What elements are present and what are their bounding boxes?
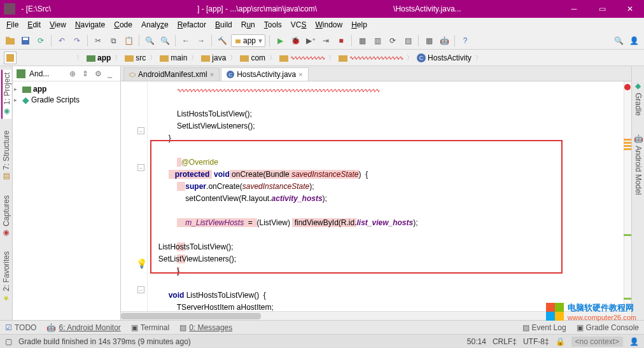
attach-debugger-icon[interactable]: ⇥ <box>319 34 332 47</box>
tab-project[interactable]: ◉1: Project <box>1 70 11 119</box>
fold-icon[interactable]: – <box>137 127 144 134</box>
tree-row-app[interactable]: ▸ app <box>14 84 119 94</box>
status-context[interactable]: <no context> <box>571 337 623 347</box>
stop-icon[interactable]: ■ <box>335 34 347 47</box>
find-icon[interactable]: 🔍 <box>143 34 156 47</box>
tab-structure[interactable]: ▤7: Structure <box>2 128 11 184</box>
tab-terminal[interactable]: ▣Terminal <box>131 323 169 332</box>
horizontal-scrollbar[interactable] <box>121 311 631 320</box>
collapse-all-icon[interactable]: ⇕ <box>82 69 91 78</box>
menu-window[interactable]: Window <box>311 19 346 31</box>
tab-android-manifest[interactable]: ⬭ AndroidManifest.xml × <box>123 67 220 81</box>
close-tab-icon[interactable]: × <box>210 71 214 78</box>
debug-icon[interactable]: 🐞 <box>289 34 302 47</box>
crumb-src[interactable]: src <box>122 53 148 62</box>
search-everywhere-icon[interactable]: 🔍 <box>612 34 625 47</box>
right-tool-tabs: ◆Gradle 🤖Android Model <box>631 66 644 320</box>
svg-rect-9 <box>201 55 210 62</box>
crumb-redacted-1[interactable]: ∿∿∿∿∿∿∿∿∿ <box>277 54 327 62</box>
run-profile-icon[interactable]: ▶⁺ <box>304 34 317 47</box>
tree-row-gradle-scripts[interactable]: ▸ ◆ Gradle Scripts <box>14 94 119 106</box>
tab-event-log[interactable]: ▤Event Log <box>522 323 566 332</box>
tab-messages[interactable]: ▤0: Messages <box>179 323 232 332</box>
tab-captures[interactable]: ◉Captures <box>2 193 11 240</box>
gradle-sync-icon[interactable]: ⟳ <box>386 34 399 47</box>
menu-edit[interactable]: Edit <box>24 19 45 31</box>
copy-icon[interactable]: ⧉ <box>107 34 120 47</box>
crumb-redacted-2[interactable]: ∿∿∿∿∿∿∿∿∿∿∿∿∿∿ <box>336 54 405 62</box>
lock-icon[interactable]: 🔒 <box>556 337 565 346</box>
tab-hosts-activity[interactable]: C HostsActivity.java × <box>221 67 309 81</box>
fold-icon[interactable]: – <box>137 164 144 171</box>
menu-analyze[interactable]: Analyze <box>137 19 172 31</box>
status-message: Gradle build finished in 14s 379ms (9 mi… <box>18 337 191 346</box>
status-line-sep[interactable]: CRLF‡ <box>493 337 517 346</box>
status-icon[interactable]: ▢ <box>5 337 12 346</box>
menu-refactor[interactable]: Refactor <box>174 19 210 31</box>
close-tab-icon[interactable]: × <box>298 71 302 78</box>
status-bar: ▢ Gradle build finished in 14s 379ms (9 … <box>0 334 644 348</box>
crumb-java[interactable]: java <box>199 53 228 62</box>
status-caret-pos[interactable]: 50:14 <box>467 337 486 346</box>
close-button[interactable]: ✕ <box>616 0 644 18</box>
crumb-com[interactable]: com <box>237 53 268 62</box>
forward-icon[interactable]: → <box>195 34 207 47</box>
menu-view[interactable]: View <box>46 19 70 31</box>
undo-icon[interactable]: ↶ <box>55 34 68 47</box>
tab-favorites[interactable]: ★2: Favorites <box>2 249 11 305</box>
error-stripe[interactable] <box>624 81 631 311</box>
layout-icon[interactable]: ▦ <box>423 34 435 47</box>
scroll-from-source-icon[interactable]: ⊕ <box>69 69 78 78</box>
run-icon[interactable]: ▶ <box>274 34 286 47</box>
sync-icon[interactable]: ⟳ <box>34 34 47 47</box>
settings-gear-icon[interactable]: ⚙ <box>95 69 104 78</box>
title-seg-3: \HostsActivity.java... <box>393 4 461 13</box>
crumb-app[interactable]: app <box>84 53 113 62</box>
maximize-button[interactable]: ▭ <box>588 0 616 18</box>
crumb-main[interactable]: main <box>157 53 190 62</box>
bottom-tool-tabs: ☑TODO 🤖6: Android Monitor ▣Terminal ▤0: … <box>0 320 644 334</box>
open-icon[interactable] <box>4 34 17 47</box>
cut-icon[interactable]: ✂ <box>92 34 104 47</box>
minimize-button[interactable]: ─ <box>560 0 588 18</box>
menu-code[interactable]: Code <box>110 19 136 31</box>
redo-icon[interactable]: ↷ <box>71 34 83 47</box>
tab-gradle[interactable]: ◆Gradle <box>634 79 643 118</box>
make-icon[interactable]: 🔨 <box>216 34 228 47</box>
tab-android-monitor[interactable]: 🤖6: Android Monitor <box>46 323 120 332</box>
code-editor[interactable]: ∿∿∿∿∿∿∿∿∿∿∿∿∿∿∿∿∿∿∿∿∿∿∿∿∿∿∿∿∿∿∿∿∿∿∿∿∿∿∿∿… <box>148 81 631 311</box>
title-bar: - [E:\Src\ ] - [app] - ...\app\src\main\… <box>0 0 644 18</box>
android-icon[interactable]: 🤖 <box>438 34 451 47</box>
back-icon[interactable]: ← <box>179 34 192 47</box>
menu-help[interactable]: Help <box>347 19 371 31</box>
menu-vcs[interactable]: VCS <box>287 19 311 31</box>
menu-tools[interactable]: Tools <box>260 19 286 31</box>
error-marker-icon[interactable] <box>624 84 631 90</box>
project-tab-label[interactable]: And... <box>29 69 49 78</box>
run-config-selector[interactable]: app ▾ <box>231 34 265 47</box>
help-icon[interactable]: ? <box>459 34 472 47</box>
hide-icon[interactable]: ⎯ <box>108 69 116 78</box>
menu-run[interactable]: Run <box>237 19 259 31</box>
menu-navigate[interactable]: Navigate <box>71 19 109 31</box>
paste-icon[interactable]: 📋 <box>122 34 135 47</box>
nav-home-icon[interactable] <box>4 52 17 64</box>
avd-icon[interactable]: ▦ <box>356 34 368 47</box>
user-icon[interactable]: 👤 <box>627 34 640 47</box>
tab-gradle-console[interactable]: ▣Gradle Console <box>577 323 639 332</box>
tab-android-model[interactable]: 🤖Android Model <box>634 131 643 197</box>
project-structure-icon[interactable]: ▤ <box>402 34 414 47</box>
save-all-icon[interactable] <box>19 34 32 47</box>
replace-icon[interactable]: 🔍 <box>158 34 171 47</box>
menu-build[interactable]: Build <box>211 19 236 31</box>
gradle-icon: ◆ <box>22 95 29 105</box>
fold-icon[interactable]: – <box>137 286 144 293</box>
status-man-icon[interactable]: 👤 <box>629 337 639 346</box>
status-encoding[interactable]: UTF-8‡ <box>523 337 549 346</box>
editor-gutter[interactable]: – – 💡 – <box>121 81 148 311</box>
title-seg-2: ] - [app] - ...\app\src\main\java\com\ <box>197 4 317 13</box>
sdk-icon[interactable]: ▥ <box>371 34 384 47</box>
menu-file[interactable]: File <box>3 19 22 31</box>
tab-todo[interactable]: ☑TODO <box>5 323 36 332</box>
crumb-class[interactable]: CHostsActivity <box>414 53 474 62</box>
